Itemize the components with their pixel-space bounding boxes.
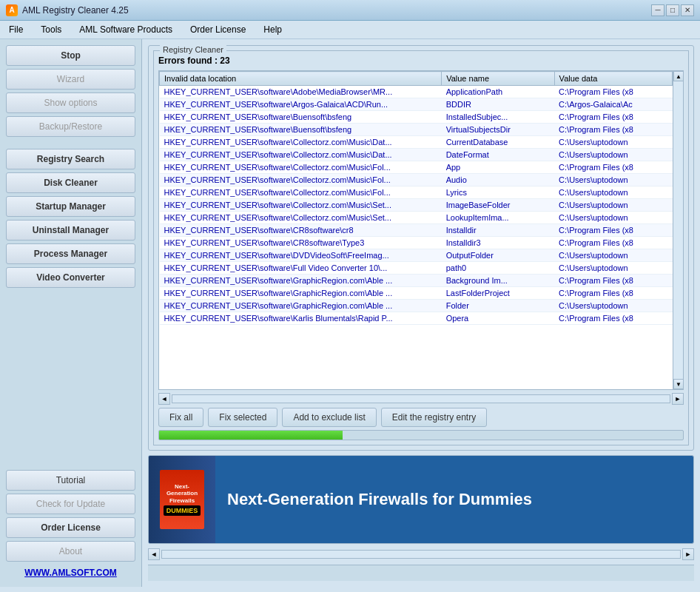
sidebar-btn-registry-search[interactable]: Registry Search xyxy=(6,149,135,169)
bottom-scroll-left[interactable]: ◄ xyxy=(148,548,160,560)
cell-location: HKEY_CURRENT_USER\software\Collectorz.co… xyxy=(160,149,442,161)
cell-value_data: C:\Program Files (x8 xyxy=(554,312,672,325)
menu-item-help[interactable]: Help xyxy=(260,23,285,36)
cell-value_data: C:\Program Files (x8 xyxy=(554,224,672,237)
table-row[interactable]: HKEY_CURRENT_USER\software\Collectorz.co… xyxy=(160,186,673,199)
cell-value_data: C:\Users\uptodown xyxy=(554,186,672,199)
website-link[interactable]: WWW.AMLSOFT.COM xyxy=(6,565,135,581)
action-btn-fix-selected[interactable]: Fix selected xyxy=(208,408,277,427)
cell-value_data: C:\Program Files (x8 xyxy=(554,124,672,136)
cell-value_name: Opera xyxy=(442,312,554,325)
scroll-track[interactable] xyxy=(673,81,683,379)
cell-location: HKEY_CURRENT_USER\software\CR8software\c… xyxy=(160,224,442,237)
action-btn-fix-all[interactable]: Fix all xyxy=(158,408,203,427)
table-row[interactable]: HKEY_CURRENT_USER\software\Buensoft\bsfe… xyxy=(160,111,673,124)
sidebar-btn-uninstall-manager[interactable]: Uninstall Manager xyxy=(6,220,135,240)
table-row[interactable]: HKEY_CURRENT_USER\software\Argos-Galaica… xyxy=(160,98,673,111)
sidebar-btn-about: About xyxy=(6,541,135,562)
table-row[interactable]: HKEY_CURRENT_USER\software\Full Video Co… xyxy=(160,262,673,275)
scroll-up-arrow[interactable]: ▲ xyxy=(673,71,684,81)
horizontal-scroll-track[interactable] xyxy=(172,394,670,403)
table-row[interactable]: HKEY_CURRENT_USER\software\GraphicRegion… xyxy=(160,275,673,287)
cell-value_data: C:\Users\uptodown xyxy=(554,174,672,186)
sidebar-btn-order-license[interactable]: Order License xyxy=(6,517,135,538)
table-row[interactable]: HKEY_CURRENT_USER\software\Collectorz.co… xyxy=(160,149,673,161)
cell-value_name: path0 xyxy=(442,262,554,275)
cell-value_name: CurrentDatabase xyxy=(442,136,554,149)
cell-location: HKEY_CURRENT_USER\software\CR8software\T… xyxy=(160,237,442,249)
cell-location: HKEY_CURRENT_USER\software\GraphicRegion… xyxy=(160,300,442,312)
action-btn-edit-registry[interactable]: Edit the registry entry xyxy=(381,408,487,427)
table-row[interactable]: HKEY_CURRENT_USER\software\GraphicRegion… xyxy=(160,287,673,300)
vertical-scrollbar[interactable]: ▲ ▼ xyxy=(673,71,683,389)
status-bar xyxy=(148,565,694,581)
table-row[interactable]: HKEY_CURRENT_USER\software\Karlis Blumen… xyxy=(160,312,673,325)
bottom-scroll-track[interactable] xyxy=(161,550,681,559)
sidebar-btn-tutorial[interactable]: Tutorial xyxy=(6,470,135,491)
bottom-scroll-right[interactable]: ► xyxy=(682,548,694,560)
scroll-down-arrow[interactable]: ▼ xyxy=(673,379,684,389)
sidebar-btn-startup-manager[interactable]: Startup Manager xyxy=(6,196,135,217)
sidebar-btn-check-update: Check for Update xyxy=(6,494,135,514)
cell-location: HKEY_CURRENT_USER\software\Full Video Co… xyxy=(160,262,442,275)
col-header-location: Invalid data location xyxy=(160,72,442,86)
cell-value_name: Installdir xyxy=(442,224,554,237)
cell-location: HKEY_CURRENT_USER\software\Collectorz.co… xyxy=(160,161,442,174)
table-row[interactable]: HKEY_CURRENT_USER\software\Adobe\MediaBr… xyxy=(160,86,673,98)
cell-value_data: C:\Program Files (x8 xyxy=(554,86,672,98)
table-row[interactable]: HKEY_CURRENT_USER\software\Collectorz.co… xyxy=(160,212,673,224)
sidebar-btn-disk-cleaner[interactable]: Disk Cleaner xyxy=(6,172,135,193)
menu-item-file[interactable]: File xyxy=(6,23,26,36)
cell-location: HKEY_CURRENT_USER\software\Collectorz.co… xyxy=(160,212,442,224)
cell-value_data: C:\Program Files (x8 xyxy=(554,237,672,249)
sidebar-btn-stop[interactable]: Stop xyxy=(6,45,135,66)
menu-item-tools[interactable]: Tools xyxy=(38,23,64,36)
cell-value_name: Background Im... xyxy=(442,275,554,287)
cell-value_data: C:\Users\uptodown xyxy=(554,199,672,212)
cell-location: HKEY_CURRENT_USER\software\Karlis Blumen… xyxy=(160,312,442,325)
cell-location: HKEY_CURRENT_USER\software\Adobe\MediaBr… xyxy=(160,86,442,98)
table-row[interactable]: HKEY_CURRENT_USER\software\GraphicRegion… xyxy=(160,300,673,312)
menu-item-order-license[interactable]: Order License xyxy=(187,23,249,36)
scroll-right-arrow[interactable]: ► xyxy=(672,393,684,405)
sidebar-btn-process-manager[interactable]: Process Manager xyxy=(6,243,135,264)
table-row[interactable]: HKEY_CURRENT_USER\software\Collectorz.co… xyxy=(160,136,673,149)
table-row[interactable]: HKEY_CURRENT_USER\software\CR8software\c… xyxy=(160,224,673,237)
progress-bar-fill xyxy=(159,431,343,440)
menu-item-aml-software-products[interactable]: AML Software Products xyxy=(76,23,175,36)
cell-value_name: Folder xyxy=(442,300,554,312)
sidebar-btn-video-converter[interactable]: Video Converter xyxy=(6,267,135,288)
registry-cleaner-panel: Registry Cleaner Errors found : 23 Inval… xyxy=(148,45,694,451)
table-row[interactable]: HKEY_CURRENT_USER\software\Collectorz.co… xyxy=(160,174,673,186)
table-row[interactable]: HKEY_CURRENT_USER\software\CR8software\T… xyxy=(160,237,673,249)
cell-location: HKEY_CURRENT_USER\software\Buensoft\bsfe… xyxy=(160,111,442,124)
maximize-button[interactable]: □ xyxy=(666,4,679,16)
table-row[interactable]: HKEY_CURRENT_USER\software\Collectorz.co… xyxy=(160,161,673,174)
cell-location: HKEY_CURRENT_USER\software\GraphicRegion… xyxy=(160,287,442,300)
menu-bar: FileToolsAML Software ProductsOrder Lice… xyxy=(0,21,700,39)
cell-value_name: DateFormat xyxy=(442,149,554,161)
minimize-button[interactable]: ─ xyxy=(651,4,664,16)
cell-location: HKEY_CURRENT_USER\software\Collectorz.co… xyxy=(160,186,442,199)
action-btn-add-exclude[interactable]: Add to exclude list xyxy=(282,408,376,427)
cell-value_name: Lyrics xyxy=(442,186,554,199)
cell-value_data: C:\Users\uptodown xyxy=(554,136,672,149)
app-icon: A xyxy=(6,4,18,16)
ad-book-title: Next-GenerationFirewalls xyxy=(163,483,201,505)
ad-book-cover: Next-GenerationFirewalls DUMMIES xyxy=(149,456,215,543)
table-row[interactable]: HKEY_CURRENT_USER\software\Collectorz.co… xyxy=(160,199,673,212)
table-row[interactable]: HKEY_CURRENT_USER\software\Buensoft\bsfe… xyxy=(160,124,673,136)
cell-location: HKEY_CURRENT_USER\software\GraphicRegion… xyxy=(160,275,442,287)
close-button[interactable]: ✕ xyxy=(681,4,694,16)
cell-value_data: C:\Users\uptodown xyxy=(554,149,672,161)
cell-value_data: C:\Program Files (x8 xyxy=(554,111,672,124)
cell-value_name: BDDIR xyxy=(442,98,554,111)
scroll-left-arrow[interactable]: ◄ xyxy=(158,393,170,405)
window-title: AML Registry Cleaner 4.25 xyxy=(22,5,129,16)
table-row[interactable]: HKEY_CURRENT_USER\software\DVDVideoSoft\… xyxy=(160,249,673,262)
progress-bar-container xyxy=(158,430,684,440)
registry-table: Invalid data location Value name Value d… xyxy=(159,71,673,325)
cell-value_name: App xyxy=(442,161,554,174)
ad-tagline: Next-Generation Firewalls for Dummies xyxy=(215,478,693,521)
cell-value_data: C:\Users\uptodown xyxy=(554,212,672,224)
